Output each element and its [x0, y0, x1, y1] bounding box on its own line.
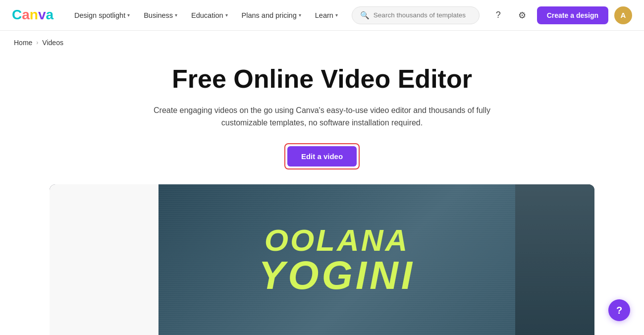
nav-education-label: Education — [191, 11, 223, 19]
nav-business[interactable]: Business ▾ — [138, 7, 183, 23]
video-main-area: OOLANA YOGINI — [159, 184, 515, 335]
chevron-down-icon: ▾ — [127, 12, 130, 18]
create-design-button[interactable]: Create a design — [537, 6, 608, 24]
video-title-top: OOLANA — [265, 225, 410, 256]
breadcrumb-home-link[interactable]: Home — [14, 39, 32, 47]
svg-text:Canva: Canva — [12, 7, 54, 22]
video-right-panel — [515, 184, 594, 335]
chevron-down-icon: ▾ — [299, 12, 301, 18]
nav-plans-pricing-label: Plans and pricing — [242, 11, 297, 19]
nav-business-label: Business — [144, 11, 173, 19]
edit-video-button[interactable]: Edit a video — [287, 146, 357, 167]
video-title-bottom: YOGINI — [259, 256, 415, 295]
page-title: Free Online Video Editor — [10, 64, 634, 94]
nav-learn[interactable]: Learn ▾ — [309, 7, 344, 23]
nav-education[interactable]: Education ▾ — [185, 7, 234, 23]
nav-items: Design spotlight ▾ Business ▾ Education … — [68, 7, 344, 23]
hero-description: Create engaging videos on the go using C… — [134, 104, 510, 129]
help-button[interactable]: ? — [608, 299, 630, 321]
nav-design-spotlight[interactable]: Design spotlight ▾ — [68, 7, 136, 23]
canva-logo[interactable]: Canva — [12, 6, 56, 24]
video-left-panel — [50, 184, 159, 335]
search-bar[interactable]: 🔍 — [352, 6, 480, 24]
search-icon: 🔍 — [360, 11, 370, 20]
help-question-button[interactable]: ? — [489, 6, 507, 24]
video-text-overlay: OOLANA YOGINI — [159, 184, 515, 335]
navbar: Canva Design spotlight ▾ Business ▾ Educ… — [0, 0, 644, 31]
chevron-down-icon: ▾ — [225, 12, 228, 18]
avatar[interactable]: A — [614, 6, 632, 24]
video-inner: OOLANA YOGINI — [50, 184, 594, 335]
video-preview: OOLANA YOGINI — [50, 184, 594, 335]
nav-learn-label: Learn — [315, 11, 333, 19]
edit-video-button-wrapper: Edit a video — [284, 143, 360, 169]
nav-design-spotlight-label: Design spotlight — [74, 11, 125, 19]
nav-plans-pricing[interactable]: Plans and pricing ▾ — [236, 7, 307, 23]
breadcrumb-current-page: Videos — [42, 39, 63, 47]
hero-section: Free Online Video Editor Create engaging… — [0, 55, 644, 184]
settings-button[interactable]: ⚙ — [513, 6, 531, 24]
search-input[interactable] — [374, 11, 471, 19]
breadcrumb-separator: › — [36, 39, 38, 46]
nav-actions: ? ⚙ Create a design A — [489, 6, 632, 24]
breadcrumb: Home › Videos — [0, 31, 644, 55]
chevron-down-icon: ▾ — [335, 12, 338, 18]
chevron-down-icon: ▾ — [175, 12, 177, 18]
